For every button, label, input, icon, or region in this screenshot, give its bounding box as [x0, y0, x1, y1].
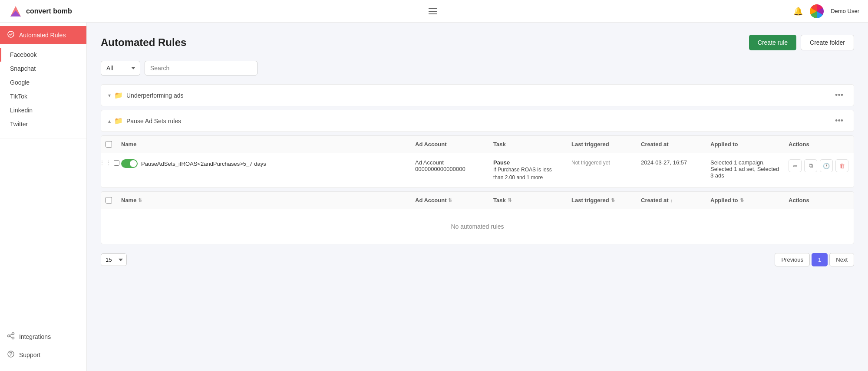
sort-last-triggered-icon: ⇅	[611, 197, 615, 203]
th-applied-to: Applied to	[706, 136, 784, 153]
filter-bar: All Active Inactive	[101, 61, 854, 76]
create-folder-button[interactable]: Create folder	[801, 35, 854, 50]
standalone-th-last-triggered[interactable]: Last triggered ⇅	[567, 192, 637, 209]
select-all-checkbox[interactable]	[106, 141, 112, 148]
th-created-at: Created at	[637, 136, 706, 153]
th-ad-account-label: Ad Account	[415, 141, 446, 148]
support-icon	[7, 350, 15, 360]
edit-button[interactable]: ✏	[789, 159, 802, 172]
sidebar-item-linkedin[interactable]: Linkedin	[0, 103, 86, 117]
folder-pause-ad-sets[interactable]: ▴ 📁 Pause Ad Sets rules •••	[101, 110, 854, 132]
standalone-th-name[interactable]: Name ⇅	[117, 192, 411, 209]
svg-point-5	[12, 337, 14, 339]
delete-button[interactable]: 🗑	[835, 159, 848, 172]
tiktok-label: TikTok	[10, 93, 27, 100]
standalone-th-task[interactable]: Task ⇅	[489, 192, 567, 209]
drag-handle[interactable]: ⋮⋮	[101, 153, 117, 172]
standalone-select-all-checkbox[interactable]	[106, 197, 112, 204]
sidebar: Automated Rules Facebook Snapchat Google…	[0, 23, 87, 371]
svg-line-7	[10, 336, 12, 338]
logo-area: convert bomb	[9, 4, 72, 18]
standalone-table-header: Name ⇅ Ad Account ⇅ Task ⇅ Last triggere…	[101, 192, 854, 209]
copy-button[interactable]: ⧉	[804, 159, 817, 172]
folder-chevron-up-icon: ▴	[108, 118, 111, 124]
standalone-th-created-at-label: Created at	[641, 197, 669, 204]
next-button[interactable]: Next	[829, 253, 854, 266]
standalone-th-actions-label: Actions	[789, 197, 809, 204]
empty-state-message: No automated rules	[451, 223, 504, 230]
rule-ad-account: Ad Account 0000000000000000	[415, 159, 465, 172]
rule-task-cell: Pause If Purchase ROAS is less than 2.00…	[489, 153, 567, 187]
support-label: Support	[19, 351, 40, 358]
empty-state: No automated rules	[101, 209, 854, 244]
th-actions: Actions	[784, 136, 854, 153]
previous-button[interactable]: Previous	[775, 253, 810, 266]
logo-icon	[9, 4, 23, 18]
folder-table-header: Name Ad Account Task Last triggered Crea…	[101, 136, 854, 153]
sidebar-item-twitter[interactable]: Twitter	[0, 117, 86, 131]
sidebar-platforms: Facebook Snapchat Google TikTok Linkedin…	[0, 44, 86, 135]
page-1-button[interactable]: 1	[812, 253, 828, 266]
integrations-icon	[7, 332, 15, 341]
rule-name: PauseAdSets_ifROAS<2andPurchases>5_7 day…	[141, 161, 266, 167]
folder-left-2: ▴ 📁 Pause Ad Sets rules	[108, 117, 181, 125]
sidebar-item-tiktok[interactable]: TikTok	[0, 89, 86, 103]
sidebar-bottom: Integrations Support	[0, 328, 86, 371]
table-row: ⋮⋮ PauseAdSets_ifROAS<2andPurchases>5_7 …	[101, 153, 854, 187]
standalone-th-applied-to-label: Applied to	[710, 197, 738, 204]
sidebar-automated-rules-label: Automated Rules	[19, 32, 66, 39]
standalone-th-name-label: Name	[121, 197, 136, 204]
svg-point-3	[8, 335, 10, 337]
folder-underperforming-more-button[interactable]: •••	[832, 90, 847, 101]
svg-point-9	[10, 355, 11, 356]
folder-pause-ad-sets-more-button[interactable]: •••	[832, 115, 847, 126]
drag-dots-icon: ⋮⋮	[101, 159, 112, 166]
integrations-label: Integrations	[19, 333, 51, 340]
sidebar-item-automated-rules[interactable]: Automated Rules	[0, 26, 86, 44]
standalone-th-created-at[interactable]: Created at ↕	[637, 192, 706, 209]
user-name: Demo User	[831, 8, 859, 14]
folder-underperforming-ads[interactable]: ▾ 📁 Underperforming ads •••	[101, 84, 854, 106]
rule-task-detail: If Purchase ROAS is less than 2.00 and 1…	[493, 167, 552, 181]
standalone-th-ad-account[interactable]: Ad Account ⇅	[411, 192, 489, 209]
snapchat-label: Snapchat	[10, 65, 36, 72]
standalone-th-last-triggered-label: Last triggered	[571, 197, 609, 204]
top-nav-right: 🔔 Demo User	[793, 4, 859, 18]
sidebar-item-facebook[interactable]: Facebook	[0, 48, 86, 62]
twitter-label: Twitter	[10, 121, 28, 128]
standalone-th-actions: Actions	[784, 192, 854, 209]
sort-created-at-icon: ↕	[670, 198, 673, 203]
sort-task-icon: ⇅	[508, 197, 512, 203]
google-label: Google	[10, 79, 30, 86]
avatar	[810, 4, 824, 18]
page-size-select[interactable]: 15 25 50 100	[101, 253, 127, 266]
rule-toggle[interactable]	[121, 159, 138, 168]
standalone-th-applied-to[interactable]: Applied to ⇅	[706, 192, 784, 209]
sidebar-item-snapchat[interactable]: Snapchat	[0, 62, 86, 76]
folder-icon-2: 📁	[114, 117, 123, 125]
rule-task-bold: Pause	[493, 159, 510, 166]
create-rule-button[interactable]: Create rule	[749, 35, 796, 50]
automated-rules-icon	[7, 30, 15, 40]
th-created-at-label: Created at	[641, 141, 669, 148]
pagination-controls: Previous 1 Next	[775, 253, 854, 266]
history-button[interactable]: 🕐	[820, 159, 833, 172]
standalone-th-ad-account-label: Ad Account	[415, 197, 446, 204]
rule-applied-to-cell: Selected 1 campaign, Selected 1 ad set, …	[706, 153, 784, 185]
rule-actions-cell: ✏ ⧉ 🕐 🗑	[784, 153, 854, 178]
th-task: Task	[489, 136, 567, 153]
sidebar-item-support[interactable]: Support	[0, 346, 86, 364]
facebook-label: Facebook	[10, 51, 36, 58]
folder-chevron-down-icon: ▾	[108, 92, 111, 98]
th-last-triggered: Last triggered	[567, 136, 637, 153]
rule-created-at: 2024-03-27, 16:57	[641, 159, 687, 166]
top-nav: convert bomb 🔔 Demo User	[0, 0, 868, 23]
sidebar-item-google[interactable]: Google	[0, 76, 86, 89]
search-input[interactable]	[145, 61, 257, 76]
bell-icon[interactable]: 🔔	[793, 7, 803, 16]
hamburger-menu[interactable]	[429, 8, 437, 14]
th-name: Name	[117, 136, 411, 153]
th-checkbox	[101, 136, 117, 153]
sidebar-item-integrations[interactable]: Integrations	[0, 328, 86, 346]
filter-select[interactable]: All Active Inactive	[101, 61, 140, 76]
